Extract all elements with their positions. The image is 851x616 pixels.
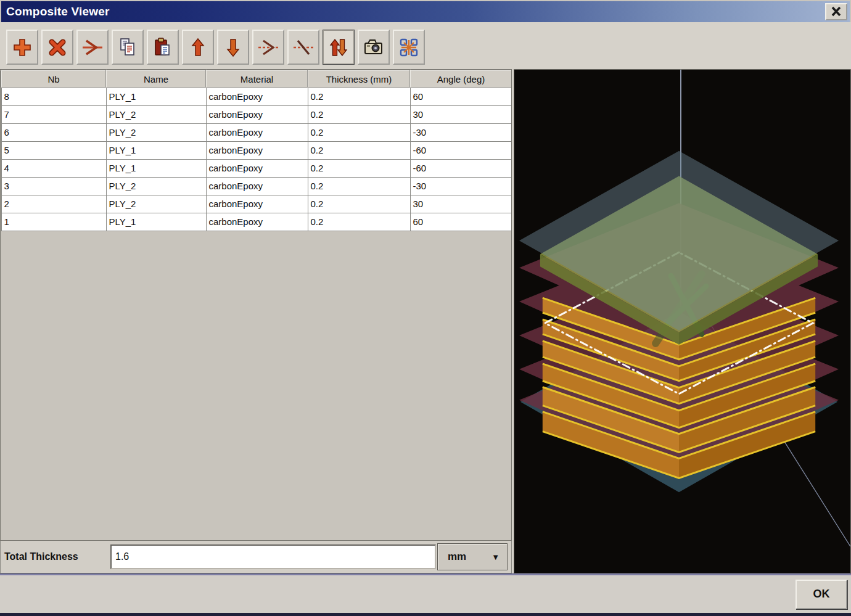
composite-3d-scene <box>514 70 850 573</box>
close-button[interactable] <box>825 3 847 20</box>
ply-cell[interactable]: carbonEpoxy <box>206 195 308 213</box>
ply-cell[interactable]: 0.2 <box>308 88 410 105</box>
add-ply-icon <box>12 37 33 58</box>
total-thickness-input[interactable] <box>110 544 436 569</box>
ply-cell[interactable]: PLY_2 <box>106 105 206 123</box>
ply-cell[interactable]: 6 <box>1 123 106 141</box>
ply-cell[interactable]: -30 <box>410 177 512 195</box>
ply-cell[interactable]: PLY_1 <box>106 213 206 231</box>
ply-row[interactable]: 5PLY_1carbonEpoxy0.2-60 <box>1 141 512 159</box>
paste-button[interactable] <box>147 30 179 65</box>
ply-cell[interactable]: PLY_1 <box>106 141 206 159</box>
ply-cell[interactable]: 0.2 <box>308 123 410 141</box>
ply-cell[interactable]: 0.2 <box>308 105 410 123</box>
ply-cell[interactable]: carbonEpoxy <box>206 213 308 231</box>
ply-cell[interactable]: carbonEpoxy <box>206 141 308 159</box>
ply-cell[interactable]: -60 <box>410 141 512 159</box>
ply-row[interactable]: 4PLY_1carbonEpoxy0.2-60 <box>1 159 512 177</box>
move-down-button[interactable] <box>217 30 249 65</box>
ply-cell[interactable]: 3 <box>1 177 106 195</box>
ply-cell[interactable]: PLY_1 <box>106 88 206 105</box>
ply-cell[interactable]: carbonEpoxy <box>206 88 308 105</box>
table-header-row: NbNameMaterialThickness (mm)Angle (deg) <box>1 70 512 88</box>
add-ply-button[interactable] <box>6 30 38 65</box>
ply-cell[interactable]: 1 <box>1 213 106 231</box>
reverse-order-icon <box>328 37 349 58</box>
ply-table: NbNameMaterialThickness (mm)Angle (deg) … <box>1 70 512 231</box>
delete-ply-button[interactable] <box>41 30 73 65</box>
ply-table-pane: NbNameMaterialThickness (mm)Angle (deg) … <box>0 69 512 541</box>
weave-pattern-button[interactable] <box>393 30 425 65</box>
ply-cell[interactable]: carbonEpoxy <box>206 123 308 141</box>
column-header-nb[interactable]: Nb <box>1 70 106 88</box>
ply-cell[interactable]: -30 <box>410 123 512 141</box>
weave-pattern-icon <box>398 36 420 59</box>
ply-row[interactable]: 3PLY_2carbonEpoxy0.2-30 <box>1 177 512 195</box>
mirror-symmetry-icon <box>257 37 279 58</box>
ply-cell[interactable]: PLY_1 <box>106 159 206 177</box>
window-bottom-edge <box>0 613 851 616</box>
ply-cell[interactable]: PLY_2 <box>106 195 206 213</box>
ply-row[interactable]: 2PLY_2carbonEpoxy0.230 <box>1 195 512 213</box>
unit-selected-value: mm <box>448 551 466 563</box>
close-icon <box>830 6 842 17</box>
column-header-name[interactable]: Name <box>106 70 206 88</box>
ply-cell[interactable]: -60 <box>410 159 512 177</box>
ok-button[interactable]: OK <box>796 580 847 609</box>
ply-row[interactable]: 6PLY_2carbonEpoxy0.2-30 <box>1 123 512 141</box>
column-header-angle-deg[interactable]: Angle (deg) <box>410 70 512 88</box>
ply-cell[interactable]: 30 <box>410 195 512 213</box>
ply-cell[interactable]: 7 <box>1 105 106 123</box>
snapshot-camera-icon <box>363 37 385 58</box>
merge-plies-button[interactable] <box>76 30 109 65</box>
ply-cell[interactable]: 4 <box>1 159 106 177</box>
ply-cell[interactable]: 60 <box>410 88 512 105</box>
ply-cell[interactable]: 0.2 <box>308 141 410 159</box>
ply-cell[interactable]: carbonEpoxy <box>206 159 308 177</box>
oblique-symmetry-icon <box>292 37 314 58</box>
ply-cell[interactable]: 0.2 <box>308 213 410 231</box>
ply-cell[interactable]: 8 <box>1 88 106 105</box>
reverse-order-button[interactable] <box>323 30 355 65</box>
ply-cell[interactable]: 60 <box>410 213 512 231</box>
copy-button[interactable] <box>112 30 144 65</box>
ply-row[interactable]: 8PLY_1carbonEpoxy0.260 <box>1 88 512 105</box>
paste-icon <box>152 37 173 58</box>
composite-viewer-window: Composite Viewer <box>0 0 851 616</box>
bottom-bar: OK <box>0 575 851 613</box>
ply-row[interactable]: 7PLY_2carbonEpoxy0.230 <box>1 105 512 123</box>
ply-cell[interactable]: 0.2 <box>308 177 410 195</box>
column-header-thickness-mm[interactable]: Thickness (mm) <box>308 70 410 88</box>
merge-plies-icon <box>81 37 104 58</box>
ply-cell[interactable]: 30 <box>410 105 512 123</box>
unit-dropdown[interactable]: mm ▼ <box>437 543 508 570</box>
copy-icon <box>117 37 138 58</box>
ply-cell[interactable]: 0.2 <box>308 195 410 213</box>
composite-3d-viewer[interactable] <box>514 69 851 573</box>
laminate-panel: NbNameMaterialThickness (mm)Angle (deg) … <box>0 69 512 573</box>
oblique-symmetry-button[interactable] <box>287 30 319 65</box>
ply-cell[interactable]: PLY_2 <box>106 177 206 195</box>
move-up-button[interactable] <box>182 30 214 65</box>
snapshot-button[interactable] <box>358 30 390 65</box>
main-area: NbNameMaterialThickness (mm)Angle (deg) … <box>0 69 851 573</box>
total-thickness-label: Total Thickness <box>4 551 110 562</box>
move-up-icon <box>187 37 208 58</box>
ply-cell[interactable]: carbonEpoxy <box>206 105 308 123</box>
ply-cell[interactable]: 0.2 <box>308 159 410 177</box>
ply-cell[interactable]: PLY_2 <box>106 123 206 141</box>
chevron-down-icon: ▼ <box>491 552 500 562</box>
column-header-material[interactable]: Material <box>206 70 308 88</box>
mirror-symmetry-button[interactable] <box>252 30 284 65</box>
ply-cell[interactable]: 2 <box>1 195 106 213</box>
window-title: Composite Viewer <box>6 5 825 18</box>
move-down-icon <box>223 37 244 58</box>
delete-ply-icon <box>47 37 68 58</box>
ply-cell[interactable]: carbonEpoxy <box>206 177 308 195</box>
ply-row[interactable]: 1PLY_1carbonEpoxy0.260 <box>1 213 512 231</box>
toolbar <box>0 22 851 69</box>
total-thickness-bar: Total Thickness mm ▼ <box>0 541 512 573</box>
title-bar[interactable]: Composite Viewer <box>0 0 851 22</box>
ply-cell[interactable]: 5 <box>1 141 106 159</box>
